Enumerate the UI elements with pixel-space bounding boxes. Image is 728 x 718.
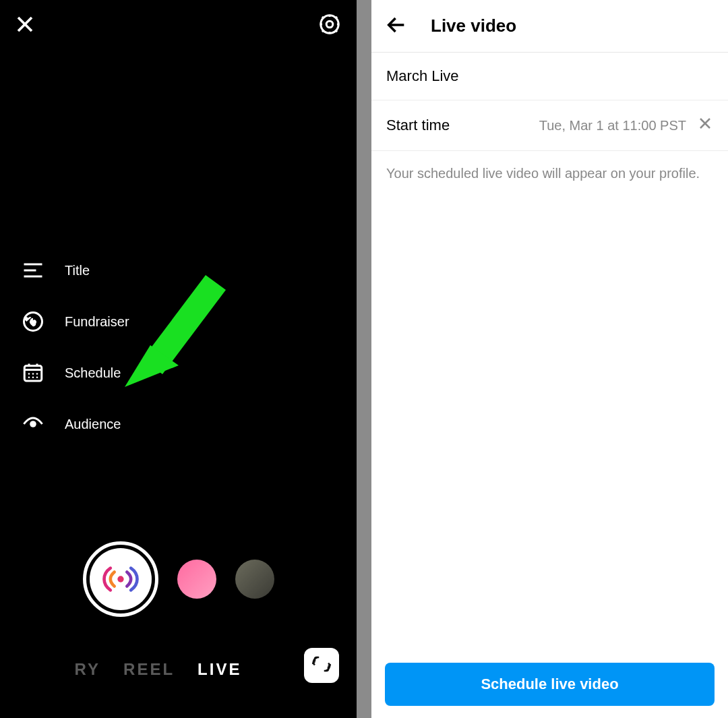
svg-point-2 (326, 21, 333, 28)
svg-point-16 (32, 376, 34, 378)
svg-point-12 (28, 373, 30, 375)
schedule-live-video-button[interactable]: Schedule live video (385, 663, 715, 706)
clear-start-time-icon[interactable] (697, 115, 713, 136)
mode-story-partial[interactable]: RY (75, 660, 100, 679)
close-icon[interactable] (15, 14, 35, 37)
start-time-label: Start time (386, 117, 450, 134)
schedule-calendar-icon (20, 360, 46, 386)
svg-point-14 (36, 373, 38, 375)
camera-topbar (0, 12, 357, 39)
flip-camera-button[interactable] (304, 648, 339, 683)
title-icon (20, 258, 46, 283)
schedule-footer: Schedule live video (371, 663, 728, 706)
mode-reel[interactable]: REEL (123, 660, 175, 679)
go-live-button[interactable] (83, 541, 158, 617)
capture-modes: RY REEL LIVE (0, 660, 357, 679)
back-arrow-icon[interactable] (385, 13, 408, 39)
option-schedule-label: Schedule (65, 365, 121, 381)
option-title-label: Title (65, 263, 90, 278)
schedule-header-title: Live video (431, 16, 516, 36)
svg-point-13 (32, 373, 34, 375)
option-audience[interactable]: Audience (20, 411, 129, 437)
svg-marker-20 (125, 345, 179, 387)
option-fundraiser-label: Fundraiser (65, 314, 129, 330)
option-audience-label: Audience (65, 417, 121, 432)
annotation-arrow-icon (118, 270, 239, 405)
app-root: Title Fundraiser (0, 0, 728, 718)
svg-point-17 (36, 376, 38, 378)
capture-row (0, 541, 357, 617)
svg-point-15 (28, 376, 30, 378)
svg-point-3 (321, 16, 338, 33)
audience-eye-icon (20, 411, 46, 437)
camera-panel: Title Fundraiser (0, 0, 357, 718)
start-time-value: Tue, Mar 1 at 11:00 PST (539, 118, 686, 133)
filter-thumbnail-1[interactable] (177, 560, 216, 599)
option-schedule[interactable]: Schedule (20, 360, 129, 386)
mode-live[interactable]: LIVE (198, 660, 241, 679)
live-title-row[interactable]: March Live (371, 53, 728, 100)
live-options-list: Title Fundraiser (20, 258, 129, 437)
svg-point-21 (117, 576, 123, 582)
filter-thumbnail-2[interactable] (235, 560, 274, 599)
schedule-note: Your scheduled live video will appear on… (371, 151, 728, 196)
settings-gear-icon[interactable] (317, 12, 342, 39)
start-time-row[interactable]: Start time Tue, Mar 1 at 11:00 PST (371, 100, 728, 151)
live-title-value: March Live (386, 67, 459, 85)
option-fundraiser[interactable]: Fundraiser (20, 309, 129, 334)
option-title[interactable]: Title (20, 258, 129, 283)
svg-point-18 (30, 421, 36, 427)
live-broadcast-icon (90, 548, 152, 610)
flip-camera-icon (311, 654, 332, 677)
fundraiser-icon (20, 309, 46, 334)
schedule-header: Live video (371, 0, 728, 53)
schedule-panel: Live video March Live Start time Tue, Ma… (371, 0, 728, 718)
svg-marker-19 (142, 275, 226, 374)
